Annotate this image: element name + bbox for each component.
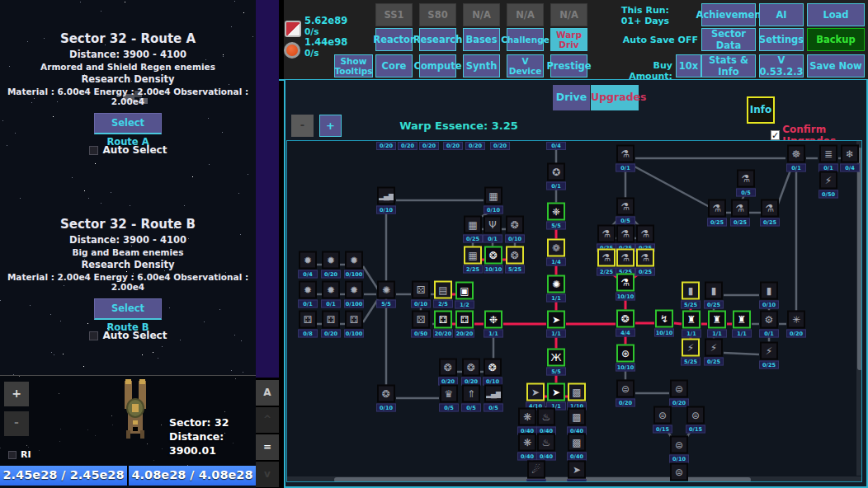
route-b-autoselect-checkbox[interactable] [89, 331, 98, 340]
upgrade-node-saucer[interactable]: ⊜0/15 [684, 406, 707, 434]
upgrade-node-lightning[interactable]: ⚡0/25 [702, 339, 725, 366]
upgrade-node-rocket[interactable]: ➤4/10 [524, 383, 547, 411]
upgrade-node-spiral[interactable]: ✹0/1 [296, 281, 319, 308]
select-route-b-button[interactable]: Select Route B [94, 298, 162, 320]
strip-a-button[interactable]: A [256, 380, 279, 406]
upgrade-node-badge[interactable]: 0/20 [376, 142, 396, 150]
save-now-button[interactable]: Save Now [807, 54, 865, 77]
upgrade-node-kraken[interactable]: Ж5/5 [545, 349, 568, 376]
upgrade-node-swirl[interactable]: ❂0/20 [436, 359, 460, 386]
upgrade-node-chart[interactable]: ▂▄▆0/5 [482, 385, 505, 412]
upgrade-node-dice-rocket[interactable]: ⚄0/50 [409, 311, 432, 338]
upgrade-node-dice[interactable]: ⚃20/20 [432, 311, 455, 338]
settings-button[interactable]: Settings [759, 28, 804, 51]
upgrade-node-flask[interactable]: ⚗0/5 [614, 198, 637, 225]
upgrade-node-badge[interactable]: 0/4 [546, 142, 566, 150]
upgrade-node-spiral[interactable]: ✹0/4 [296, 251, 319, 279]
tab-research[interactable]: Research [419, 28, 456, 51]
upgrade-node-saucer[interactable]: ⊜0/20 [668, 380, 691, 407]
upgrade-node-lightning[interactable]: ⚡0/50 [817, 171, 840, 199]
auto-save-status[interactable]: Auto Save OFF [606, 35, 698, 45]
upgrade-node-flask[interactable]: ⚗0/25 [705, 199, 729, 227]
tab-warp-drive[interactable]: Warp Driv [550, 28, 587, 51]
upgrade-node-drop[interactable]: ♨0/40 [535, 434, 558, 461]
upgrade-node-rocket[interactable]: ➤1/1 [545, 311, 568, 338]
upgrade-node-saucer[interactable]: ⊜0/10 [668, 436, 691, 463]
stats-info-button[interactable]: Stats & Info [701, 54, 756, 77]
upgrade-node-medal[interactable]: ✪0/1 [545, 163, 568, 190]
tab-prestige[interactable]: Prestige [550, 54, 587, 77]
upgrade-node-spiral[interactable]: ✹0/20 [319, 251, 342, 279]
vertical-scrollbar[interactable] [856, 141, 862, 476]
strip-up-button[interactable]: ^ [256, 407, 279, 433]
strip-equals-button[interactable]: = [256, 434, 279, 460]
backup-button[interactable]: Backup [807, 28, 865, 51]
upgrade-node-flask[interactable]: ⚗0/25 [758, 199, 781, 227]
upgrade-node-swirl[interactable]: ❂0/10 [375, 385, 398, 412]
info-button[interactable]: Info [747, 96, 775, 124]
upgrade-node-spiral[interactable]: ✹0/100 [342, 281, 366, 308]
zoom-in-button[interactable]: + [4, 382, 29, 406]
ri-checkbox[interactable] [8, 451, 17, 459]
upgrade-node-tangle[interactable]: ✳0/20 [785, 311, 808, 338]
tab-compute[interactable]: Compute [419, 54, 456, 77]
upgrade-node-shield[interactable]: ▩0/40 [565, 408, 588, 435]
upgrade-node-circuit[interactable]: ▦2/25 [461, 246, 484, 274]
show-tooltips-button[interactable]: Show Tooltips [334, 54, 373, 77]
upgrade-node-saucer[interactable]: ⊜0/5 [668, 463, 691, 483]
upgrade-node-snowflake[interactable]: ❄0/4 [838, 145, 861, 172]
upgrade-tree[interactable]: 0/200/200/200/200/200/200/4▂▄▆0/10▦0/10✪… [286, 140, 862, 482]
upgrade-node-badge[interactable]: 0/20 [443, 142, 463, 150]
upgrade-node-rocket[interactable]: ➤1/1 [545, 383, 568, 411]
upgrade-node-pinwheel[interactable]: ❁1/4 [545, 239, 568, 266]
upgrade-node-factory[interactable]: ♜1/1 [705, 311, 729, 338]
upgrade-node-octopus[interactable]: Ψ0/1 [481, 216, 504, 243]
upgrade-node-resistor[interactable]: ≣0/1 [817, 145, 840, 172]
tab-v-device[interactable]: V Device [507, 54, 544, 77]
confirm-upgrades-checkbox[interactable]: ✓ [771, 130, 780, 140]
upgrade-node-saucer[interactable]: ⊜0/20 [614, 380, 637, 407]
upgrade-node-dice[interactable]: ⚃0/100 [342, 311, 366, 338]
tab-synth[interactable]: Synth [463, 54, 500, 77]
upgrade-node-dice[interactable]: ⚃0/20 [319, 311, 342, 338]
upgrade-node-factory[interactable]: ♜1/1 [680, 311, 703, 338]
upgrade-node-box[interactable]: ▣1/2 [453, 282, 476, 309]
upgrade-node-battery[interactable]: ▮5/25 [679, 282, 702, 309]
tab-upgrades[interactable]: Upgrades [591, 85, 639, 110]
upgrade-node-swirl[interactable]: ❂4/4 [614, 310, 637, 337]
achievements-button[interactable]: Achievemen [701, 3, 756, 26]
upgrade-node-battery[interactable]: ▮0/25 [702, 282, 725, 309]
upgrade-node-flask[interactable]: ⚗0/5 [734, 170, 757, 197]
upgrade-node-swirl[interactable]: ❂0/20 [460, 359, 483, 386]
zoom-out-button[interactable]: - [4, 411, 29, 436]
upgrade-node-starburst[interactable]: ✺1/1 [545, 275, 568, 303]
upgrade-node-swirl[interactable]: ❂5/25 [503, 246, 526, 274]
upgrade-node-spiral[interactable]: ✹0/1 [319, 281, 342, 308]
tab-drive[interactable]: Drive [553, 85, 590, 110]
upgrade-node-swirl[interactable]: ❂10/10 [482, 246, 505, 274]
upgrade-node-starburst[interactable]: ✺5/5 [375, 281, 398, 308]
tab-bases[interactable]: Bases [463, 28, 500, 51]
route-a-autoselect-checkbox[interactable] [89, 146, 98, 155]
upgrade-node-badge[interactable]: 0/20 [490, 142, 510, 150]
upgrade-node-comet[interactable]: ☄0/25 [525, 461, 548, 483]
upgrade-node-dice-rocket[interactable]: ⚄0/10 [409, 281, 432, 308]
upgrade-node-swirl[interactable]: ❂0/10 [503, 216, 526, 243]
strip-down-button[interactable]: v [256, 462, 279, 487]
upgrade-node-dice[interactable]: ⚃20/20 [453, 311, 476, 338]
upgrade-node-arrow-up[interactable]: ⇑0/5 [460, 385, 483, 412]
buy-amount-button[interactable]: 10x [676, 54, 701, 77]
tab-challenge[interactable]: Challenge [507, 28, 544, 51]
upgrade-node-chart[interactable]: ▂▄▆0/10 [375, 187, 398, 214]
tab-core[interactable]: Core [375, 54, 413, 77]
upgrade-node-gear[interactable]: ⚙0/1 [757, 311, 781, 338]
upgrade-node-saucer[interactable]: ⊜0/15 [651, 406, 674, 434]
tab-reactor[interactable]: Reactor [375, 28, 413, 51]
upgrade-node-gear-star[interactable]: ❉1/1 [482, 311, 505, 338]
upgrade-node-badge[interactable]: 0/20 [398, 142, 417, 150]
upgrade-node-trophy[interactable]: ♛0/5 [437, 385, 460, 412]
upgrade-node-spiral[interactable]: ✹0/100 [342, 251, 366, 279]
upgrade-node-swirl[interactable]: ❂0/10 [481, 359, 504, 386]
upgrade-node-flask[interactable]: ⚗0/25 [729, 199, 752, 227]
upgrade-node-flask[interactable]: ⚗0/25 [634, 249, 657, 276]
